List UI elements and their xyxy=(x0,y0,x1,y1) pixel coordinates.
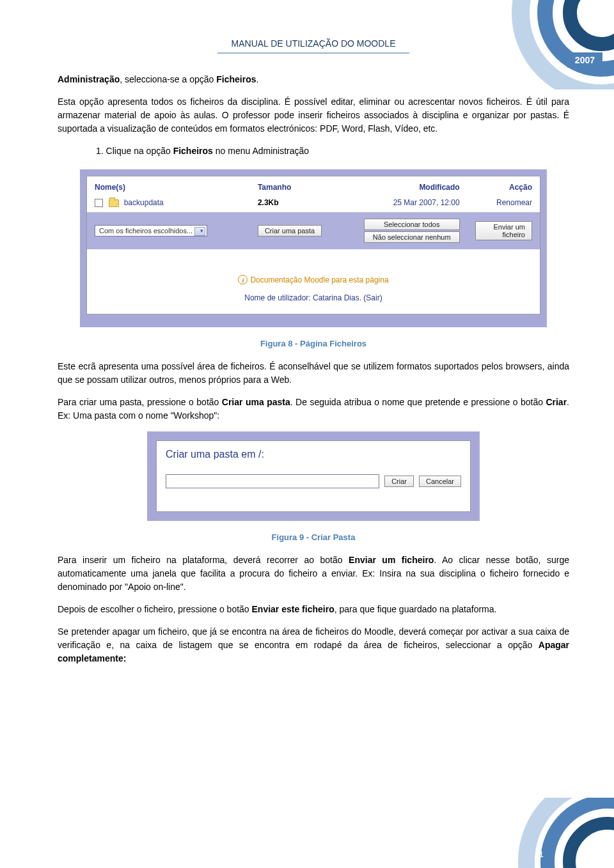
folder-icon xyxy=(109,199,119,207)
p5-p2: , para que fique guardado na plataforma. xyxy=(335,604,497,614)
paragraph-3: Para criar uma pasta, pressione o botão … xyxy=(58,396,569,422)
col-name: Nome(s) xyxy=(87,176,250,196)
bulk-action-select[interactable]: Com os ficheiros escolhidos... xyxy=(95,225,207,236)
paragraph-6: Se pretender apagar um ficheiro, que já … xyxy=(58,625,569,665)
step-1: 1. Clique na opção Ficheiros no menu Adm… xyxy=(96,144,569,158)
create-folder-button[interactable]: Criar uma pasta xyxy=(258,225,322,236)
p3-prefix: Para criar uma pasta, pressione o botão xyxy=(58,397,222,407)
info-icon: i xyxy=(238,275,248,284)
moodle-doc-link[interactable]: Documentação Moodle para esta página xyxy=(250,275,388,284)
intro-fich-bold: Ficheiros xyxy=(216,74,256,84)
page-number: 11 xyxy=(535,849,544,859)
step1-bold: Ficheiros xyxy=(173,146,213,156)
paragraph-5: Depois de escolher o ficheiro, pressione… xyxy=(58,603,569,616)
row-checkbox[interactable] xyxy=(95,199,103,207)
p4-p1: Para inserir um ficheiro na plataforma, … xyxy=(58,555,349,565)
step1-prefix: 1. Clique na opção xyxy=(96,146,173,156)
p6-p1: Se pretender apagar um ficheiro, que já … xyxy=(58,626,569,650)
table-row: backupdata 2.3Kb 25 Mar 2007, 12:00 Reno… xyxy=(87,196,540,212)
select-all-button[interactable]: Seleccionar todos xyxy=(364,219,460,230)
table-header-row: Nome(s) Tamanho Modificado Acção xyxy=(87,176,540,196)
intro-line: Administração, selecciona-se a opção Fic… xyxy=(58,73,569,86)
user-line-suffix: ) xyxy=(380,293,382,302)
intro-period: . xyxy=(256,74,258,84)
year-badge: 2007 xyxy=(567,52,602,68)
p3-b1: Criar uma pasta xyxy=(222,397,290,407)
p5-b1: Enviar este ficheiro xyxy=(252,604,335,614)
p3-mid: . De seguida atribua o nome que pretende… xyxy=(290,397,546,407)
paragraph-4: Para inserir um ficheiro na plataforma, … xyxy=(58,554,569,594)
col-modified: Modificado xyxy=(331,176,467,196)
footer-decoration xyxy=(486,798,614,868)
upload-file-button[interactable]: Enviar um ficheiro xyxy=(475,221,532,240)
create-button[interactable]: Criar xyxy=(384,476,414,487)
create-folder-panel: Criar uma pasta em /: Criar Cancelar xyxy=(147,431,480,521)
figure-9-caption: Figura 9 - Criar Pasta xyxy=(58,532,569,542)
col-action: Acção xyxy=(468,176,540,196)
p3-b2: Criar xyxy=(546,397,567,407)
intro-rest: , selecciona-se a opção xyxy=(120,74,216,84)
p4-b1: Enviar um ficheiro xyxy=(349,555,434,565)
document-title: MANUAL DE UTILIZAÇÃO DO MOODLE xyxy=(58,38,569,49)
file-name-link[interactable]: backupdata xyxy=(124,198,164,207)
col-size: Tamanho xyxy=(250,176,331,196)
logout-link[interactable]: Sair xyxy=(366,293,379,302)
rename-link[interactable]: Renomear xyxy=(496,198,532,207)
paragraph-1: Esta opção apresenta todos os ficheiros … xyxy=(58,95,569,136)
title-underline xyxy=(217,52,409,54)
p5-p1: Depois de escolher o ficheiro, pressione… xyxy=(58,604,252,614)
intro-admin-bold: Administração xyxy=(58,74,120,84)
folder-name-input[interactable] xyxy=(166,474,379,488)
user-line: Nome de utilizador: Catarina Dias. (Sair… xyxy=(87,293,540,314)
user-line-prefix: Nome de utilizador: Catarina Dias. ( xyxy=(244,293,366,302)
select-none-button[interactable]: Não seleccionar nenhum xyxy=(364,231,460,243)
create-folder-title: Criar uma pasta em /: xyxy=(166,449,461,460)
files-panel: Nome(s) Tamanho Modificado Acção backupd… xyxy=(80,169,547,327)
actions-row: Com os ficheiros escolhidos... Criar uma… xyxy=(87,212,540,249)
file-modified: 25 Mar 2007, 12:00 xyxy=(393,198,460,207)
file-size: 2.3Kb xyxy=(258,198,279,207)
figure-8-caption: Figura 8 - Página Ficheiros xyxy=(58,339,569,348)
paragraph-2: Este ecrã apresenta uma possível área de… xyxy=(58,360,569,387)
cancel-button[interactable]: Cancelar xyxy=(419,476,461,487)
step1-suffix: no menu Administração xyxy=(213,146,309,156)
